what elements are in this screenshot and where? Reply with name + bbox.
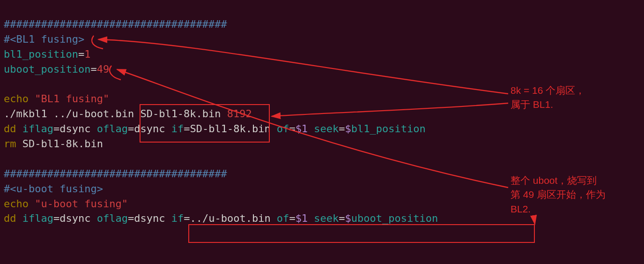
val-uboot: 49 — [97, 63, 110, 75]
oflag: oflag — [90, 123, 127, 135]
annotation-uboot-l2: 第 49 扇区开始，作为 — [511, 188, 606, 202]
echo-cmd: echo — [4, 198, 29, 210]
of: of — [271, 123, 289, 135]
comment-bl1: #<BL1 fusing> — [4, 33, 84, 45]
echo-bl1-str: "BL1 fusing" — [35, 93, 109, 105]
eq: = — [78, 48, 84, 60]
annotation-uboot-l3: BL2. — [511, 202, 606, 216]
val-bl1: 1 — [84, 48, 90, 60]
seek: seek — [308, 123, 339, 135]
dd-cmd: dd — [4, 123, 16, 135]
echo-cmd: echo — [4, 93, 29, 105]
hash-line-2: #################################### — [4, 168, 227, 180]
annotation-uboot: 整个 uboot，烧写到 第 49 扇区开始，作为 BL2. — [511, 173, 606, 216]
comment-uboot: #<u-boot fusing> — [4, 183, 103, 195]
var-bl1: bl1_position — [4, 48, 78, 60]
rm-file: SD-bl1-8k.bin — [16, 138, 103, 150]
mkbl1: ./mkbl1 ../u-boot.bin — [4, 108, 134, 120]
size-8192: 8192 — [227, 108, 252, 120]
annotation-8k: 8k = 16 个扇区， 属于 BL1. — [511, 83, 585, 112]
annotation-uboot-l1: 整个 uboot，烧写到 — [511, 173, 606, 188]
sdfile: SD-bl1-8k.bin — [134, 108, 227, 120]
hash-line: #################################### — [4, 18, 227, 30]
annotation-8k-l1: 8k = 16 个扇区， — [511, 83, 585, 98]
iflag: iflag — [16, 123, 53, 135]
echo-uboot-str: "u-boot fusing" — [35, 198, 128, 210]
annotation-8k-l2: 属于 BL1. — [511, 98, 585, 112]
dd-cmd: dd — [4, 212, 16, 224]
rm-cmd: rm — [4, 138, 16, 150]
if: if — [165, 123, 184, 135]
eq: = — [90, 63, 96, 75]
var-uboot: uboot_position — [4, 63, 90, 75]
